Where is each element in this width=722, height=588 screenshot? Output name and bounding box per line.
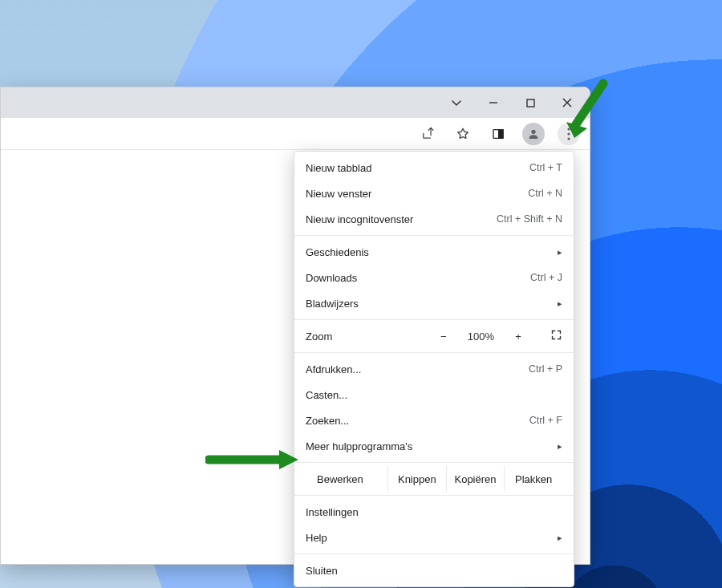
menu-item-shortcut: Ctrl + J [530, 272, 562, 283]
menu-bookmarks[interactable]: Bladwijzers [294, 290, 574, 316]
menu-downloads[interactable]: Downloads Ctrl + J [294, 265, 574, 290]
edit-copy-button[interactable]: Kopiëren [446, 466, 505, 492]
zoom-in-button[interactable]: + [512, 330, 525, 343]
menu-item-label: Instellingen [306, 506, 359, 518]
menu-item-label: Nieuw incognitovenster [306, 213, 413, 225]
chrome-main-menu: Nieuw tabblad Ctrl + T Nieuw venster Ctr… [294, 151, 574, 587]
menu-more-tools[interactable]: Meer hulpprogramma's [294, 433, 574, 459]
menu-print[interactable]: Afdrukken... Ctrl + P [294, 356, 574, 382]
menu-item-label: Afdrukken... [306, 363, 361, 375]
menu-settings[interactable]: Instellingen [294, 499, 574, 525]
menu-new-tab[interactable]: Nieuw tabblad Ctrl + T [294, 155, 574, 180]
menu-item-shortcut: Ctrl + Shift + N [497, 213, 562, 225]
menu-item-label: Geschiedenis [306, 246, 369, 258]
profile-avatar-icon[interactable] [522, 123, 545, 145]
menu-item-label: Downloads [306, 272, 357, 284]
tab-search-button[interactable] [445, 91, 468, 114]
menu-item-label: Bladwijzers [306, 298, 359, 310]
zoom-value: 100% [468, 330, 494, 343]
svg-rect-1 [527, 99, 534, 107]
fullscreen-icon[interactable] [550, 329, 562, 343]
edit-cut-button[interactable]: Knippen [387, 466, 446, 492]
menu-item-shortcut: Ctrl + F [529, 415, 562, 426]
menu-history[interactable]: Geschiedenis [294, 239, 574, 265]
menu-item-label: Nieuw tabblad [306, 162, 371, 174]
menu-item-label: Casten... [306, 389, 347, 401]
share-icon[interactable] [416, 123, 439, 145]
menu-item-label: Meer hulpprogramma's [306, 440, 412, 452]
edit-paste-button[interactable]: Plakken [504, 466, 562, 492]
svg-point-4 [531, 129, 535, 133]
bookmark-star-icon[interactable] [452, 123, 474, 145]
annotation-arrow-icon [205, 448, 302, 472]
menu-zoom-row: Zoom − 100% + [294, 323, 574, 349]
menu-new-window[interactable]: Nieuw venster Ctrl + N [294, 180, 574, 206]
menu-exit[interactable]: Sluiten [294, 558, 574, 583]
menu-item-label: Bewerken [306, 473, 387, 485]
menu-new-incognito[interactable]: Nieuw incognitovenster Ctrl + Shift + N [294, 206, 574, 232]
menu-item-label: Sluiten [306, 565, 338, 577]
menu-item-label: Zoeken... [306, 415, 349, 427]
menu-item-shortcut: Ctrl + T [529, 162, 562, 173]
svg-rect-3 [499, 129, 503, 138]
menu-cast[interactable]: Casten... [294, 382, 574, 408]
maximize-button[interactable] [519, 91, 542, 114]
sidepanel-icon[interactable] [487, 123, 509, 145]
menu-item-shortcut: Ctrl + P [529, 363, 562, 375]
minimize-button[interactable] [482, 91, 505, 114]
menu-help[interactable]: Help [294, 525, 574, 550]
menu-find[interactable]: Zoeken... Ctrl + F [294, 408, 574, 433]
zoom-out-button[interactable]: − [437, 330, 450, 343]
menu-item-label: Zoom [306, 330, 332, 343]
menu-item-label: Help [306, 532, 327, 544]
browser-toolbar [1, 118, 590, 150]
menu-item-shortcut: Ctrl + N [528, 188, 562, 199]
annotation-arrow-icon [562, 79, 610, 143]
window-titlebar [1, 87, 590, 118]
menu-item-label: Nieuw venster [306, 188, 371, 200]
menu-edit-row: Bewerken Knippen Kopiëren Plakken [294, 466, 574, 492]
